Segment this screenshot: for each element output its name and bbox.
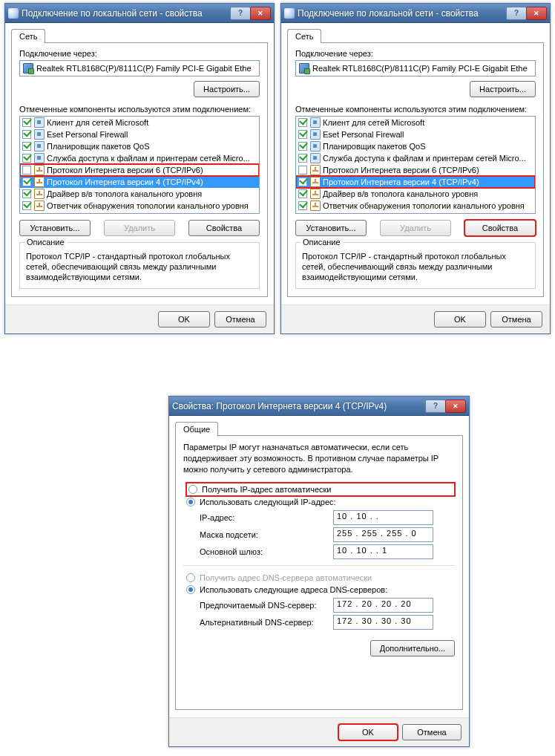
mask-input[interactable]: 255 . 255 . 255 . 0 — [333, 527, 433, 542]
ok-button[interactable]: OK — [338, 724, 398, 740]
gw-label: Основной шлюз: — [200, 547, 333, 556]
radio-auto-ip-row[interactable]: Получить IP-адрес автоматически — [186, 483, 455, 496]
tab-general[interactable]: Общие — [175, 422, 218, 436]
configure-button[interactable]: Настроить... — [470, 81, 536, 97]
service-icon — [310, 141, 321, 151]
protocol-icon — [34, 165, 45, 175]
description-text: Протокол TCP/IP - стандартный протокол г… — [302, 252, 529, 282]
titlebar[interactable]: Подключение по локальной сети - свойства — [5, 4, 274, 23]
gw-field-row: Основной шлюз: 10 . 10 . . 1 — [200, 544, 455, 559]
checkbox[interactable] — [22, 166, 31, 175]
connect-via-label: Подключение через: — [295, 49, 536, 58]
checkbox[interactable] — [22, 154, 31, 163]
radio-manual-dns[interactable] — [186, 585, 195, 594]
tab-network[interactable]: Сеть — [287, 29, 321, 43]
checkbox[interactable] — [298, 177, 307, 186]
checkbox[interactable] — [298, 142, 307, 151]
dialog-buttons: OK Отмена — [169, 717, 469, 746]
info-text: Параметры IP могут назначаться автоматич… — [183, 442, 455, 475]
checkbox[interactable] — [298, 130, 307, 139]
adapter-field[interactable]: Realtek RTL8168C(P)/8111C(P) Family PCI-… — [295, 60, 536, 76]
network-properties-window-1: Подключение по локальной сети - свойства… — [4, 3, 275, 334]
radio-manual-ip-label: Использовать следующий IP-адрес: — [200, 498, 336, 506]
ok-button[interactable]: OK — [434, 311, 486, 328]
tab-panel: Параметры IP могут назначаться автоматич… — [175, 435, 463, 710]
properties-button[interactable]: Свойства — [464, 220, 536, 236]
list-item: Ответчик обнаружения топологии канальног… — [20, 200, 259, 212]
list-item-ipv6[interactable]: Протокол Интернета версии 6 (TCP/IPv6) — [296, 164, 535, 176]
list-item-ipv4[interactable]: Протокол Интернета версии 4 (TCP/IPv4) — [20, 176, 259, 188]
window-buttons — [231, 7, 271, 20]
radio-auto-ip-label: Получить IP-адрес автоматически — [202, 485, 331, 494]
checkbox[interactable] — [298, 189, 307, 198]
app-icon — [284, 8, 295, 19]
close-button[interactable] — [250, 7, 271, 20]
list-item: Планировщик пакетов QoS — [296, 140, 535, 152]
protocol-icon — [34, 177, 45, 187]
ipv4-properties-window: Свойства: Протокол Интернета версии 4 (T… — [168, 396, 470, 747]
checkbox[interactable] — [298, 118, 307, 127]
gw-input[interactable]: 10 . 10 . . 1 — [333, 544, 433, 559]
help-button[interactable] — [506, 7, 527, 20]
checkbox[interactable] — [22, 130, 31, 139]
list-item: Планировщик пакетов QoS — [20, 140, 259, 152]
help-button[interactable] — [230, 7, 251, 20]
checkbox[interactable] — [298, 154, 307, 163]
ip-input[interactable]: 10 . 10 . . — [333, 510, 433, 525]
titlebar[interactable]: Подключение по локальной сети - свойства — [281, 4, 550, 23]
checkbox[interactable] — [22, 142, 31, 151]
radio-auto-dns-label: Получить адрес DNS-сервера автоматически — [200, 573, 372, 582]
list-item-ipv6[interactable]: Протокол Интернета версии 6 (TCP/IPv6) — [20, 164, 259, 176]
tabstrip: Общие — [175, 422, 463, 436]
list-item-ipv4[interactable]: Протокол Интернета версии 4 (TCP/IPv4) — [296, 176, 535, 188]
tab-network[interactable]: Сеть — [11, 29, 45, 43]
dns1-label: Предпочитаемый DNS-сервер: — [200, 601, 333, 610]
checkbox[interactable] — [298, 166, 307, 175]
description-text: Протокол TCP/IP - стандартный протокол г… — [26, 252, 253, 282]
titlebar[interactable]: Свойства: Протокол Интернета версии 4 (T… — [169, 397, 469, 416]
ok-button[interactable]: OK — [158, 311, 210, 328]
protocol-icon — [310, 189, 321, 199]
cancel-button[interactable]: Отмена — [214, 311, 266, 328]
adapter-field[interactable]: Realtek RTL8168C(P)/8111C(P) Family PCI-… — [19, 60, 260, 76]
checkbox[interactable] — [22, 177, 31, 186]
adapter-icon — [299, 63, 309, 74]
dns2-input[interactable]: 172 . 30 . 30 . 30 — [333, 615, 433, 630]
cancel-button[interactable]: Отмена — [402, 724, 462, 740]
description-groupbox: Описание Протокол TCP/IP - стандартный п… — [295, 242, 536, 289]
client-icon — [310, 117, 321, 128]
list-item: Ответчик обнаружения топологии канальног… — [296, 200, 535, 212]
service-icon — [310, 129, 321, 140]
install-button[interactable]: Установить... — [19, 220, 91, 236]
client-icon — [34, 117, 45, 128]
list-item: Eset Personal Firewall — [296, 128, 535, 140]
dns1-input[interactable]: 172 . 20 . 20 . 20 — [333, 598, 433, 613]
radio-auto-ip[interactable] — [188, 485, 197, 494]
uninstall-button: Удалить — [380, 220, 451, 236]
install-button[interactable]: Установить... — [295, 220, 367, 236]
radio-manual-dns-row[interactable]: Использовать следующие адреса DNS-сервер… — [186, 584, 455, 596]
components-list[interactable]: Клиент для сетей Microsoft Eset Personal… — [19, 116, 260, 214]
components-label: Отмеченные компоненты используются этим … — [19, 105, 260, 114]
client-area: Общие Параметры IP могут назначаться авт… — [169, 416, 469, 717]
checkbox[interactable] — [22, 189, 31, 198]
uninstall-button: Удалить — [104, 220, 175, 236]
checkbox[interactable] — [298, 201, 307, 210]
configure-button[interactable]: Настроить... — [194, 81, 260, 97]
protocol-icon — [310, 165, 321, 175]
checkbox[interactable] — [22, 118, 31, 127]
checkbox[interactable] — [22, 201, 31, 210]
properties-button[interactable]: Свойства — [188, 220, 260, 236]
radio-manual-ip[interactable] — [186, 498, 195, 506]
advanced-button[interactable]: Дополнительно... — [370, 640, 455, 656]
close-button[interactable] — [445, 400, 466, 413]
radio-manual-ip-row[interactable]: Использовать следующий IP-адрес: — [186, 496, 455, 508]
cancel-button[interactable]: Отмена — [490, 311, 542, 328]
list-item: Служба доступа к файлам и принтерам сете… — [296, 152, 535, 164]
close-button[interactable] — [526, 7, 547, 20]
mask-label: Маска подсети: — [200, 530, 333, 539]
adapter-text: Realtek RTL8168C(P)/8111C(P) Family PCI-… — [36, 64, 252, 73]
ip-label: IP-адрес: — [200, 513, 333, 522]
components-list[interactable]: Клиент для сетей Microsoft Eset Personal… — [295, 116, 536, 214]
help-button[interactable] — [425, 400, 446, 413]
